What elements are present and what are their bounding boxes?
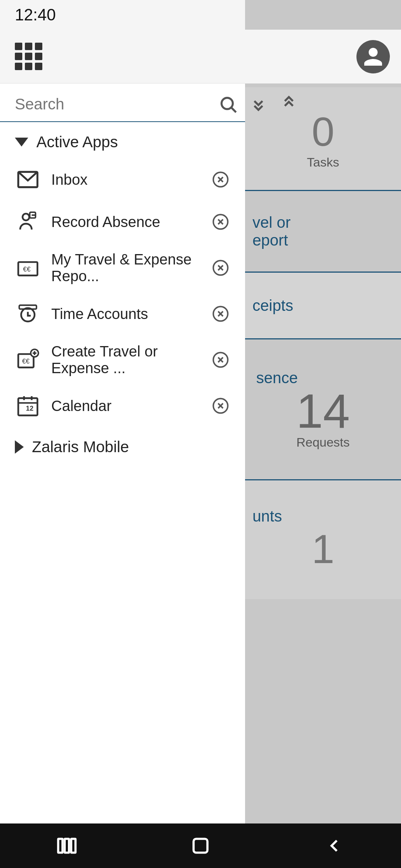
svg-text:€€: €€ — [22, 358, 30, 365]
zalaris-mobile-section[interactable]: Zalaris Mobile — [0, 427, 245, 463]
create-travel-close-icon[interactable] — [211, 350, 230, 369]
back-button[interactable] — [324, 835, 345, 856]
active-apps-section[interactable]: Active Apps — [0, 122, 245, 158]
create-travel-label: Create Travel or Expense ... — [51, 343, 200, 377]
sidebar-panel: 12:40 — [0, 0, 245, 868]
calendar-label: Calendar — [51, 398, 200, 414]
calendar-close-icon[interactable] — [211, 396, 230, 415]
tasks-count: 0 — [312, 108, 334, 155]
home-button[interactable] — [190, 835, 211, 856]
search-input[interactable] — [15, 95, 211, 113]
tasks-label: Tasks — [307, 155, 339, 170]
travel-expense-close-icon[interactable] — [211, 258, 230, 277]
sidebar-statusbar: 12:40 — [0, 0, 245, 30]
card3-label: ceipts — [252, 297, 401, 315]
recents-button[interactable] — [56, 835, 77, 856]
travel-expense-label: My Travel & Expense Repo... — [51, 251, 200, 285]
svg-line-1 — [232, 108, 236, 112]
travel-expense-icon: €€ — [15, 255, 41, 281]
accounts-label: unts — [252, 507, 282, 525]
time-accounts-icon — [15, 301, 41, 327]
inbox-icon — [15, 167, 41, 193]
avatar[interactable] — [356, 40, 390, 73]
svg-point-0 — [222, 98, 233, 109]
card2-line1: vel or — [252, 214, 401, 231]
nav-item-travel-expense[interactable]: €€ My Travel & Expense Repo... — [0, 243, 245, 293]
svg-rect-18 — [19, 305, 37, 309]
time-accounts-close-icon[interactable] — [211, 304, 230, 323]
search-icon-button[interactable] — [218, 95, 238, 114]
nav-item-create-travel[interactable]: €€ Create Travel or Expense ... — [0, 335, 245, 385]
svg-rect-38 — [58, 839, 63, 852]
search-bar — [0, 83, 245, 122]
svg-point-6 — [23, 214, 29, 220]
nav-item-inbox[interactable]: Inbox — [0, 158, 245, 201]
active-apps-label: Active Apps — [36, 133, 118, 151]
card2-line2: eport — [252, 231, 401, 249]
svg-text:€€: €€ — [23, 266, 30, 273]
expand-all-icon[interactable] — [279, 95, 299, 114]
record-absence-label: Record Absence — [51, 214, 200, 230]
record-absence-icon — [15, 209, 41, 235]
absence-subtitle: Requests — [296, 435, 350, 450]
nav-item-calendar[interactable]: 12 Calendar — [0, 385, 245, 427]
receipts-card: ceipts — [245, 273, 401, 339]
svg-rect-40 — [71, 839, 76, 852]
absence-count: 14 — [296, 387, 350, 435]
travel-report-card: vel or eport — [245, 191, 401, 273]
expand-icon — [15, 440, 24, 454]
collapse-icon — [15, 138, 28, 147]
status-time: 12:40 — [15, 6, 56, 24]
accounts-card: unts 1 — [245, 480, 401, 599]
bottom-nav — [0, 823, 401, 868]
svg-rect-39 — [65, 839, 69, 852]
nav-item-record-absence[interactable]: Record Absence — [0, 201, 245, 243]
collapse-all-icon[interactable] — [249, 95, 268, 114]
absence-card: sence 14 Requests — [245, 339, 401, 480]
accounts-count: 1 — [312, 525, 334, 572]
sidebar-header — [0, 30, 245, 83]
svg-text:12: 12 — [26, 405, 33, 412]
background-panel: 0 Tasks vel or eport ceipts sence 14 Req… — [245, 30, 401, 868]
calendar-icon: 12 — [15, 393, 41, 419]
absence-label: sence — [252, 369, 298, 387]
inbox-close-icon[interactable] — [211, 170, 230, 189]
nav-item-time-accounts[interactable]: Time Accounts — [0, 293, 245, 335]
grid-menu-icon[interactable] — [15, 43, 42, 70]
time-accounts-label: Time Accounts — [51, 306, 200, 322]
zalaris-mobile-label: Zalaris Mobile — [32, 438, 129, 456]
svg-rect-41 — [193, 839, 207, 852]
create-travel-icon: €€ — [15, 347, 41, 373]
inbox-label: Inbox — [51, 171, 200, 188]
record-absence-close-icon[interactable] — [211, 212, 230, 231]
